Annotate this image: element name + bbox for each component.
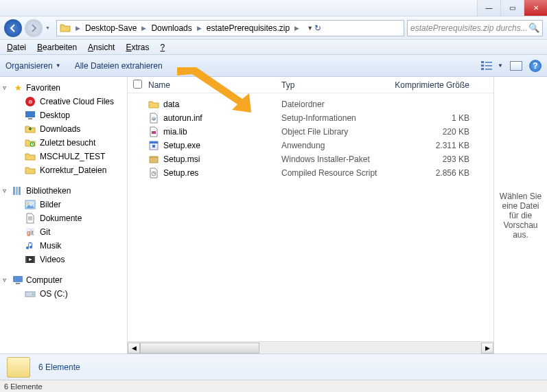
svg-rect-30 [152, 145, 155, 148]
file-type: Compiled Resource Script [281, 168, 390, 178]
column-type[interactable]: Typ [281, 80, 390, 90]
sidebar-item[interactable]: Korrektur_Dateien [0, 163, 127, 177]
file-row[interactable]: mia.libObject File Library220 KB [128, 125, 493, 139]
menu-edit[interactable]: Bearbeiten [37, 43, 77, 52]
search-placeholder: estatePrerequisites.zip durchs... [410, 23, 528, 33]
chevron-right-icon: ▶ [72, 25, 84, 32]
file-row[interactable]: Setup.exeAnwendung2.311 KB [128, 139, 493, 152]
menu-extras-label: xtras [131, 43, 149, 52]
sidebar-item[interactable]: Zuletzt besucht [0, 136, 127, 150]
chevron-right-icon: ▶ [138, 25, 150, 32]
help-button[interactable]: ? [529, 60, 542, 72]
scroll-right-button[interactable]: ▶ [481, 343, 493, 354]
svg-point-16 [27, 203, 30, 205]
sidebar-item[interactable]: Bilder [0, 198, 127, 211]
details-bar: 6 Elemente [0, 354, 547, 380]
view-mode-button[interactable]: ▼ [481, 60, 503, 71]
svg-text:⊚: ⊚ [28, 99, 33, 105]
breadcrumb-item[interactable]: estatePrerequisites.zip [205, 23, 291, 34]
menu-view[interactable]: Ansicht [88, 43, 115, 52]
file-name: Setup.exe [163, 141, 200, 150]
file-row[interactable]: dataDateiordner [128, 97, 493, 111]
svg-rect-4 [481, 68, 484, 70]
search-input[interactable]: estatePrerequisites.zip durchs... 🔍 [407, 20, 543, 36]
file-size: 2.856 KB [390, 168, 478, 178]
chevron-down-icon: ▼ [498, 62, 503, 69]
sidebar-item-label: Creative Cloud Files [40, 97, 114, 106]
minimize-button[interactable]: — [477, 0, 500, 16]
select-all-checkbox[interactable] [133, 80, 142, 89]
svg-rect-10 [28, 118, 32, 119]
column-size[interactable]: Komprimierte Größe [390, 80, 478, 90]
refresh-button[interactable]: ↻ [314, 23, 321, 33]
sidebar-computer-header[interactable]: ▿ Computer [0, 273, 127, 287]
sidebar-item[interactable]: OS (C:) [0, 287, 127, 301]
menu-file-label: atei [13, 43, 26, 52]
sidebar-item[interactable]: Musik [0, 239, 127, 253]
file-name: Setup.msi [163, 154, 200, 164]
organize-button[interactable]: Organisieren ▼ [5, 61, 61, 71]
extract-all-button[interactable]: Alle Dateien extrahieren [75, 61, 163, 71]
scroll-thumb[interactable] [140, 343, 259, 354]
computer-icon [12, 275, 23, 286]
sidebar-item[interactable]: Videos [0, 253, 127, 266]
file-type: Windows Installer-Paket [281, 154, 390, 164]
svg-rect-2 [481, 65, 484, 67]
sidebar-item[interactable]: Dokumente [0, 211, 127, 225]
libraries-icon [12, 185, 23, 196]
file-row[interactable]: autorun.infSetup-Informationen1 KB [128, 111, 493, 125]
collapse-icon: ▿ [3, 187, 6, 194]
back-button[interactable] [4, 19, 22, 37]
folder-icon [25, 165, 36, 176]
menu-extras[interactable]: Extras [126, 43, 149, 52]
videos-icon [25, 254, 36, 265]
file-size: 220 KB [390, 127, 478, 137]
cc-icon: ⊚ [25, 96, 36, 107]
toolbar: Organisieren ▼ Alle Dateien extrahieren … [0, 55, 547, 77]
sidebar-item[interactable]: ⊚Creative Cloud Files [0, 95, 127, 108]
sidebar-item-label: Git [40, 227, 50, 237]
sidebar-libraries-header[interactable]: ▿ Bibliotheken [0, 184, 127, 198]
file-type: Setup-Informationen [281, 113, 390, 123]
svg-rect-3 [485, 65, 492, 67]
horizontal-scrollbar[interactable]: ◀ ▶ [128, 341, 493, 354]
breadcrumb-item[interactable]: Downloads [150, 23, 193, 34]
breadcrumb-item[interactable]: Desktop-Save [84, 23, 138, 34]
lib-icon [148, 126, 159, 137]
sidebar-item-label: Videos [40, 255, 65, 264]
file-list: Name Typ Komprimierte Größe dataDateiord… [128, 77, 493, 354]
arrow-left-icon [9, 24, 17, 32]
scroll-track[interactable] [140, 343, 481, 354]
titlebar: — ▭ ✕ [0, 0, 547, 16]
sidebar-item[interactable]: Downloads [0, 122, 127, 136]
column-name[interactable]: Name [144, 80, 281, 90]
folder-icon [148, 99, 159, 110]
sidebar-item[interactable]: Desktop [0, 108, 127, 122]
menu-file[interactable]: Datei [7, 43, 26, 52]
chevron-right-icon: ▶ [291, 25, 303, 32]
sidebar-computer-label: Computer [26, 275, 62, 285]
file-name: autorun.inf [163, 113, 202, 123]
scroll-left-button[interactable]: ◀ [128, 343, 140, 354]
menu-help[interactable]: ? [161, 43, 165, 52]
res-icon [148, 168, 159, 178]
sidebar-favorites-header[interactable]: ▿ ★ Favoriten [0, 81, 127, 95]
maximize-button[interactable]: ▭ [500, 0, 524, 16]
close-button[interactable]: ✕ [524, 0, 547, 16]
breadcrumb-dropdown[interactable]: ▼ [307, 25, 313, 32]
svg-text:git: git [27, 229, 34, 236]
minimize-icon: — [486, 4, 493, 12]
preview-pane-toggle[interactable] [510, 61, 522, 71]
sidebar-item[interactable]: gitGit [0, 225, 127, 239]
nav-history-dropdown[interactable]: ▼ [45, 25, 54, 30]
file-row[interactable]: Setup.resCompiled Resource Script2.856 K… [128, 166, 493, 180]
search-icon[interactable]: 🔍 [528, 23, 539, 33]
svg-point-25 [32, 294, 34, 295]
forward-button[interactable] [25, 19, 43, 37]
sidebar-item[interactable]: MSCHULZ_TEST [0, 150, 127, 163]
file-row[interactable]: Setup.msiWindows Installer-Paket293 KB [128, 152, 493, 166]
details-count: 6 Elemente [38, 362, 80, 372]
breadcrumb[interactable]: ▶ Desktop-Save ▶ Downloads ▶ estatePrere… [56, 20, 404, 36]
star-icon: ★ [12, 82, 23, 93]
svg-rect-1 [485, 62, 492, 63]
